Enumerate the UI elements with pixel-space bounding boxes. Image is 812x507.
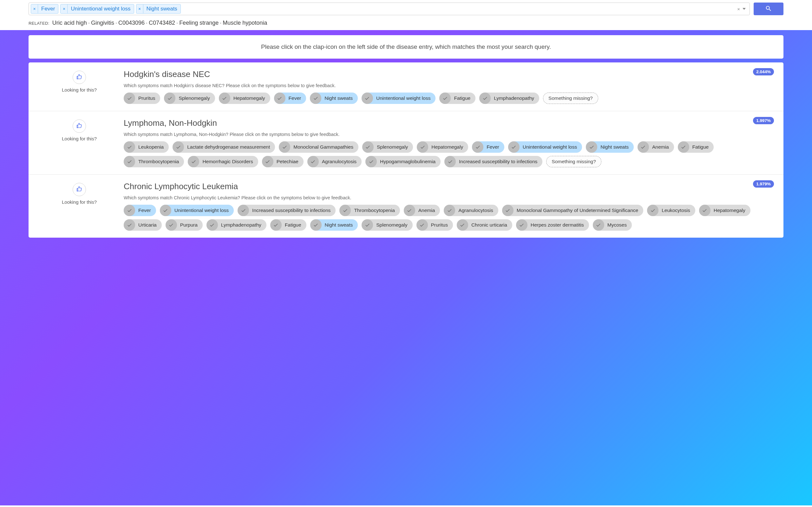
symptom-pill[interactable]: Night sweats — [586, 141, 634, 153]
match-percent-badge: 1.997% — [753, 117, 774, 124]
related-item[interactable]: Muscle hypotonia — [223, 20, 267, 26]
symptom-pill[interactable]: Unintentional weight loss — [508, 141, 582, 153]
check-icon — [188, 156, 199, 167]
symptom-pill[interactable]: Anemia — [638, 141, 674, 153]
symptom-label: Unintentional weight loss — [376, 95, 430, 101]
results-panel: Looking for this?2.044%Hodgkin's disease… — [29, 62, 783, 238]
symptom-pill[interactable]: Splenomegaly — [164, 93, 215, 104]
symptom-pill[interactable]: Fever — [124, 205, 156, 216]
search-chip[interactable]: ×Unintentional weight loss — [60, 4, 134, 14]
instruction-text: Please click on the clap-icon on the lef… — [261, 43, 551, 50]
symptom-pill[interactable]: Unintentional weight loss — [362, 93, 436, 104]
symptom-label: Lymphadenopathy — [221, 222, 261, 228]
symptom-pill[interactable]: Increased susceptibility to infections — [444, 156, 542, 167]
symptom-label: Splenomegaly — [179, 95, 210, 101]
related-separator: · — [176, 20, 178, 26]
symptom-pill[interactable]: Hemorrhagic Disorders — [188, 156, 258, 167]
search-chip[interactable]: ×Fever — [31, 4, 58, 14]
clap-label: Looking for this? — [62, 136, 97, 141]
disease-title: Hodgkin's disease NEC — [124, 69, 774, 79]
clap-icon — [76, 73, 83, 81]
symptom-pill[interactable]: Agranulocytosis — [307, 156, 362, 167]
check-icon — [699, 205, 711, 216]
symptom-pill[interactable]: Night sweats — [310, 93, 358, 104]
symptom-pill[interactable]: Unintentional weight loss — [160, 205, 234, 216]
related-item[interactable]: Feeling strange — [179, 20, 218, 26]
symptom-pill[interactable]: Fever — [472, 141, 504, 153]
clap-button[interactable] — [72, 119, 86, 133]
symptom-pill[interactable]: Leukocytosis — [647, 205, 695, 216]
symptom-label: Splenomegaly — [376, 222, 407, 228]
symptom-label: Hepatomegaly — [432, 144, 463, 150]
disease-title: Lymphoma, Non-Hodgkin — [124, 118, 774, 128]
symptom-pill[interactable]: Hypogammaglobulinemia — [365, 156, 441, 167]
symptom-pill[interactable]: Fatigue — [439, 93, 475, 104]
symptom-pill[interactable]: Herpes zoster dermatitis — [516, 219, 589, 231]
check-icon — [124, 141, 135, 153]
symptom-pill[interactable]: Lymphadenopathy — [206, 219, 266, 231]
symptom-pill[interactable]: Purpura — [165, 219, 203, 231]
something-missing-button[interactable]: Something missing? — [543, 93, 598, 104]
symptom-pill[interactable]: Chronic urticaria — [457, 219, 512, 231]
search-input-container[interactable]: ×Fever×Unintentional weight loss×Night s… — [29, 3, 750, 15]
symptom-pill[interactable]: Thrombocytopenia — [124, 156, 184, 167]
symptom-pill[interactable]: Night sweats — [310, 219, 358, 231]
search-dropdown-toggle[interactable] — [743, 8, 746, 10]
related-item[interactable]: Gingivitis — [91, 20, 114, 26]
symptom-label: Night sweats — [324, 95, 353, 101]
symptom-label: Leukopenia — [138, 144, 164, 150]
symptom-pill[interactable]: Monoclonal Gammapathies — [279, 141, 358, 153]
symptom-pill[interactable]: Hepatomegaly — [699, 205, 751, 216]
chip-remove-icon[interactable]: × — [31, 4, 38, 13]
something-missing-button[interactable]: Something missing? — [546, 156, 601, 167]
check-icon — [404, 205, 415, 216]
symptom-label: Agranulocytosis — [322, 159, 357, 164]
chip-remove-icon[interactable]: × — [61, 4, 67, 13]
symptom-pill[interactable]: Thrombocytopenia — [339, 205, 400, 216]
related-item[interactable]: C0043096 — [118, 20, 145, 26]
chip-remove-icon[interactable]: × — [136, 4, 143, 13]
symptom-pill[interactable]: Urticaria — [124, 219, 162, 231]
clap-icon — [76, 185, 83, 193]
search-chip[interactable]: ×Night sweats — [136, 4, 181, 14]
symptom-pill[interactable]: Petechiae — [262, 156, 304, 167]
symptom-pill[interactable]: Anemia — [404, 205, 440, 216]
related-item[interactable]: C0743482 — [149, 20, 175, 26]
clear-search-button[interactable]: × — [737, 6, 740, 12]
clap-button[interactable] — [72, 183, 86, 196]
symptom-pill[interactable]: Splenomegaly — [362, 141, 413, 153]
symptom-pill[interactable]: Lymphadenopathy — [479, 93, 539, 104]
search-button[interactable] — [754, 3, 783, 15]
check-icon — [310, 219, 322, 231]
symptom-label: Night sweats — [325, 222, 353, 228]
symptom-pill[interactable]: Leukopenia — [124, 141, 169, 153]
symptom-pill[interactable]: Fatigue — [678, 141, 714, 153]
check-icon — [647, 205, 658, 216]
symptom-pill[interactable]: Hepatomegaly — [417, 141, 468, 153]
symptom-pill[interactable]: Splenomegaly — [362, 219, 412, 231]
check-icon — [307, 156, 319, 167]
symptom-pill[interactable]: Monoclonal Gammopathy of Undetermined Si… — [502, 205, 643, 216]
symptom-pill[interactable]: Mycoses — [593, 219, 632, 231]
related-separator: · — [146, 20, 148, 26]
symptom-pill[interactable]: Fever — [274, 93, 306, 104]
related-item[interactable]: Uric acid high — [52, 20, 87, 26]
symptom-pill[interactable]: Fatigue — [270, 219, 306, 231]
clap-button[interactable] — [72, 71, 86, 84]
symptom-pill[interactable]: Increased susceptibility to infections — [238, 205, 336, 216]
check-icon — [172, 141, 184, 153]
symptom-pill[interactable]: Hepatomegaly — [219, 93, 270, 104]
symptom-pill[interactable]: Lactate dehydrogenase measurement — [172, 141, 275, 153]
check-icon — [502, 205, 513, 216]
symptom-label: Increased susceptibility to infections — [459, 159, 537, 164]
symptom-pill[interactable]: Pruritus — [124, 93, 160, 104]
result-row: Looking for this?2.044%Hodgkin's disease… — [29, 62, 783, 111]
symptom-pill[interactable]: Agranulocytosis — [444, 205, 498, 216]
symptom-label: Hypogammaglobulinemia — [380, 159, 436, 164]
symptom-pill[interactable]: Pruritus — [416, 219, 453, 231]
symptom-label: Monoclonal Gammapathies — [293, 144, 353, 150]
symptom-label: Fever — [138, 208, 151, 213]
symptom-label: Fatigue — [454, 95, 470, 101]
related-separator: · — [115, 20, 117, 26]
symptom-label: Increased susceptibility to infections — [252, 208, 331, 213]
